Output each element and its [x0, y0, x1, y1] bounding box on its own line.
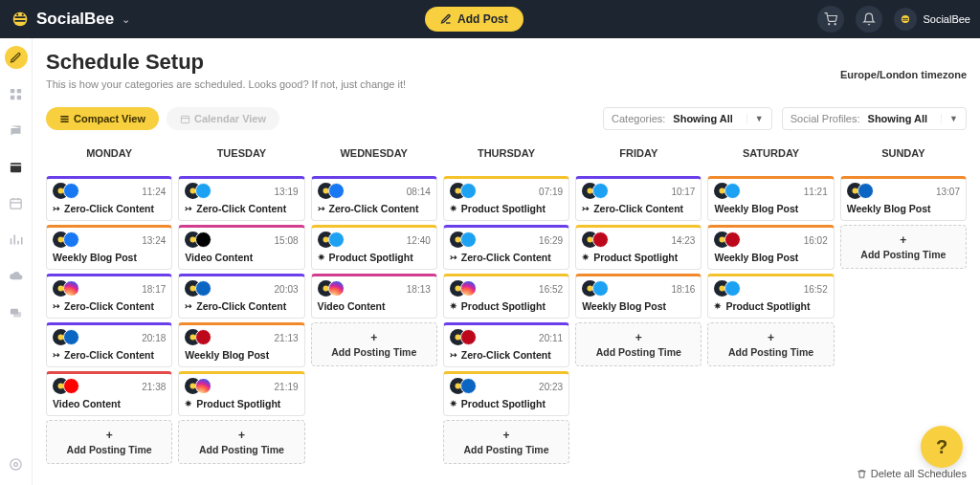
rail-dashboard-button[interactable] — [5, 82, 28, 105]
compact-view-toggle[interactable]: Compact View — [46, 107, 159, 130]
schedule-time: 13:07 — [936, 187, 960, 197]
user-menu[interactable]: SocialBee — [894, 8, 970, 31]
social-mini-icon — [592, 280, 609, 297]
add-post-button[interactable]: Add Post — [425, 7, 523, 32]
schedule-card[interactable]: 13:19↣Zero-Click Content — [178, 176, 304, 221]
social-mini-icon — [328, 280, 345, 297]
calendar-view-toggle[interactable]: Calendar View — [167, 107, 279, 130]
schedule-card[interactable]: 07:19✷Product Spotlight — [443, 176, 569, 221]
day-column-thu: 07:19✷Product Spotlight16:29↣Zero-Click … — [443, 176, 569, 464]
schedule-card[interactable]: 20:11↣Zero-Click Content — [443, 322, 569, 367]
schedule-card[interactable]: 10:17↣Zero-Click Content — [575, 176, 702, 221]
plus-icon: + — [845, 233, 962, 247]
add-posting-time[interactable]: +Add Posting Time — [575, 322, 702, 366]
edit-icon — [440, 13, 452, 25]
add-posting-time[interactable]: +Add Posting Time — [707, 322, 834, 366]
profile-icon-pair — [450, 280, 475, 298]
schedule-time: 13:24 — [142, 235, 166, 246]
rail-calendar-button[interactable] — [5, 191, 28, 214]
schedule-category: ✷Product Spotlight — [450, 300, 563, 312]
social-mini-icon — [724, 231, 741, 248]
schedule-card[interactable]: 16:52✷Product Spotlight — [707, 274, 834, 319]
plus-icon: + — [448, 429, 565, 442]
add-posting-time-label: Add Posting Time — [596, 346, 681, 358]
day-column-tue: 13:19↣Zero-Click Content15:08Video Conte… — [178, 176, 304, 464]
schedule-time: 16:52 — [539, 284, 563, 295]
schedule-card[interactable]: 11:21Weekly Blog Post — [707, 176, 834, 221]
add-posting-time-label: Add Posting Time — [67, 444, 152, 455]
schedule-category: ↣Zero-Click Content — [318, 203, 431, 214]
profile-icon-pair — [185, 329, 210, 346]
schedule-card[interactable]: 11:24↣Zero-Click Content — [46, 176, 172, 221]
schedule-card[interactable]: 14:23✷Product Spotlight — [575, 225, 702, 270]
schedule-card[interactable]: 12:40✷Product Spotlight — [311, 225, 437, 270]
schedule-card[interactable]: 13:24Weekly Blog Post — [46, 225, 172, 270]
profiles-filter[interactable]: Social Profiles: Showing All ▼ — [782, 107, 967, 130]
plus-icon: + — [580, 331, 697, 344]
plus-icon: + — [183, 429, 300, 442]
svg-point-15 — [11, 458, 21, 469]
schedule-card[interactable]: 16:02Weekly Blog Post — [707, 225, 834, 270]
week-header: MONDAY TUESDAY WEDNESDAY THURSDAY FRIDAY… — [46, 142, 967, 165]
schedule-card[interactable]: 18:13Video Content — [311, 274, 437, 319]
add-posting-time[interactable]: +Add Posting Time — [46, 420, 172, 464]
schedule-card[interactable]: 18:16Weekly Blog Post — [575, 274, 702, 319]
add-posting-time[interactable]: +Add Posting Time — [311, 322, 437, 366]
schedule-card[interactable]: 16:29↣Zero-Click Content — [443, 225, 569, 270]
rail-compose-button[interactable] — [5, 46, 28, 69]
schedule-card[interactable]: 20:03↣Zero-Click Content — [178, 274, 304, 319]
schedule-card[interactable]: 16:52✷Product Spotlight — [443, 274, 569, 319]
day-header-sun: SUNDAY — [840, 142, 967, 165]
notifications-button[interactable] — [856, 6, 882, 33]
left-rail — [0, 38, 33, 485]
add-posting-time[interactable]: +Add Posting Time — [443, 420, 569, 464]
add-posting-time[interactable]: +Add Posting Time — [178, 420, 304, 464]
schedule-category: Video Content — [185, 252, 298, 263]
schedule-card[interactable]: 20:23✷Product Spotlight — [443, 371, 569, 416]
schedule-category: Weekly Blog Post — [582, 300, 695, 312]
schedule-card[interactable]: 08:14↣Zero-Click Content — [311, 176, 437, 221]
page-subtitle: This is how your categories are schedule… — [46, 78, 967, 90]
schedule-category: Video Content — [318, 300, 431, 312]
schedule-category: ↣Zero-Click Content — [53, 203, 166, 214]
rail-schedule-button[interactable] — [5, 155, 28, 178]
timezone-label[interactable]: Europe/London timezone — [840, 69, 967, 80]
rail-cloud-button[interactable] — [5, 264, 28, 287]
profile-icon-pair — [185, 280, 210, 298]
schedule-card[interactable]: 18:17↣Zero-Click Content — [46, 274, 172, 319]
svg-rect-13 — [13, 311, 21, 317]
rail-content-button[interactable] — [5, 119, 28, 142]
add-posting-time[interactable]: +Add Posting Time — [840, 225, 967, 269]
rail-settings-button[interactable] — [5, 452, 28, 475]
schedule-time: 14:23 — [671, 235, 695, 246]
schedule-time: 21:19 — [275, 382, 299, 392]
social-mini-icon — [328, 231, 345, 248]
schedule-card[interactable]: 21:19✷Product Spotlight — [178, 371, 304, 416]
cart-button[interactable] — [817, 6, 844, 33]
categories-filter[interactable]: Categories: Showing All ▼ — [603, 107, 772, 130]
schedule-card[interactable]: 13:07Weekly Blog Post — [840, 176, 967, 221]
profile-icon-pair — [714, 183, 739, 200]
help-fab[interactable]: ? — [921, 426, 963, 468]
schedule-time: 07:19 — [539, 187, 563, 197]
brand-logo[interactable]: SocialBee ⌄ — [10, 9, 130, 30]
schedule-time: 11:21 — [804, 187, 828, 197]
rail-chat-button[interactable] — [5, 300, 28, 323]
schedule-card[interactable]: 15:08Video Content — [178, 225, 304, 270]
topbar: SocialBee ⌄ Add Post SocialBee — [0, 0, 980, 38]
delete-all-schedules[interactable]: Delete all Schedules — [857, 468, 967, 479]
profile-icon-pair — [318, 280, 343, 298]
add-posting-time-label: Add Posting Time — [728, 346, 813, 358]
add-posting-time-label: Add Posting Time — [463, 444, 548, 455]
chevron-down-icon: ▼ — [941, 114, 958, 123]
profile-icon-pair — [53, 329, 78, 346]
schedule-card[interactable]: 21:38Video Content — [46, 371, 172, 416]
schedule-category: ✷Product Spotlight — [318, 252, 431, 263]
schedule-card[interactable]: 21:13Weekly Blog Post — [178, 322, 304, 367]
social-mini-icon — [63, 183, 79, 199]
schedule-time: 16:02 — [804, 235, 828, 246]
rail-analytics-button[interactable] — [5, 228, 28, 251]
category-glyph-icon: ↣ — [582, 204, 590, 213]
schedule-card[interactable]: 20:18↣Zero-Click Content — [46, 322, 172, 367]
social-mini-icon — [460, 329, 477, 345]
